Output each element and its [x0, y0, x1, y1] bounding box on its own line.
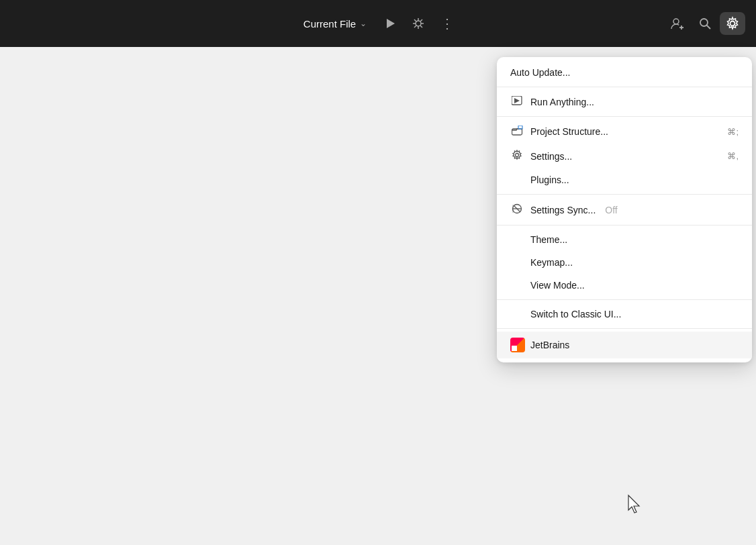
svg-line-7 [420, 26, 422, 28]
svg-point-15 [730, 21, 735, 26]
menu-item-project-structure[interactable]: Project Structure... ⌘; [497, 119, 752, 144]
project-structure-shortcut: ⌘; [727, 127, 739, 137]
separator-2 [497, 116, 752, 117]
plugins-label: Plugins... [510, 175, 569, 185]
svg-marker-0 [387, 19, 395, 28]
run-anything-icon [510, 96, 524, 107]
menu-item-plugins[interactable]: Plugins... [497, 168, 752, 191]
svg-point-10 [673, 19, 679, 24]
switch-classic-label: Switch to Classic UI... [510, 309, 621, 319]
menu-item-settings-sync[interactable]: Settings Sync... Off [497, 197, 752, 222]
jetbrains-label: JetBrains [530, 340, 569, 350]
separator-4 [497, 225, 752, 226]
svg-point-20 [516, 154, 519, 157]
settings-dropdown-menu: Auto Update... Run Anything... Project S… [497, 57, 752, 362]
separator-6 [497, 328, 752, 329]
current-file-button[interactable]: Current File ⌄ [297, 14, 373, 34]
search-button[interactable] [693, 13, 717, 34]
menu-item-switch-classic[interactable]: Switch to Classic UI... [497, 303, 752, 326]
menu-item-auto-update[interactable]: Auto Update... [497, 61, 752, 84]
svg-line-9 [414, 26, 416, 28]
view-mode-label: View Mode... [510, 280, 585, 291]
gear-icon [725, 16, 740, 31]
separator-1 [497, 87, 752, 87]
auto-update-label: Auto Update... [510, 67, 571, 78]
toolbar-right [459, 12, 745, 35]
toolbar: Current File ⌄ ⋮ [0, 0, 756, 47]
current-file-label: Current File [303, 18, 356, 30]
menu-item-settings[interactable]: Settings... ⌘, [497, 144, 752, 168]
menu-item-jetbrains[interactable]: JetBrains [497, 332, 752, 358]
menu-item-run-anything[interactable]: Run Anything... [497, 90, 752, 113]
keymap-label: Keymap... [510, 257, 573, 268]
menu-item-view-mode[interactable]: View Mode... [497, 274, 752, 297]
settings-button[interactable] [720, 12, 745, 35]
project-structure-icon [510, 126, 524, 138]
separator-5 [497, 299, 752, 300]
svg-line-8 [420, 19, 422, 21]
run-anything-label: Run Anything... [530, 97, 594, 107]
run-button[interactable] [379, 13, 401, 34]
settings-label: Settings... [530, 151, 572, 162]
play-icon [384, 17, 396, 30]
settings-shortcut: ⌘, [727, 151, 739, 161]
settings-sync-status: Off [605, 205, 617, 215]
svg-point-13 [700, 19, 708, 26]
debug-button[interactable] [407, 13, 430, 34]
more-icon: ⋮ [440, 17, 454, 30]
chevron-down-icon: ⌄ [360, 19, 367, 28]
menu-item-keymap[interactable]: Keymap... [497, 251, 752, 274]
svg-line-14 [707, 26, 711, 30]
project-structure-label: Project Structure... [530, 126, 608, 137]
svg-point-1 [416, 21, 421, 26]
toolbar-center: Current File ⌄ ⋮ [297, 13, 459, 34]
jetbrains-logo-icon [510, 338, 524, 352]
settings-sync-icon [510, 203, 524, 216]
svg-marker-17 [514, 98, 520, 103]
add-collaborator-button[interactable] [665, 13, 690, 34]
svg-line-6 [414, 19, 416, 21]
settings-sync-label: Settings Sync... [530, 205, 596, 215]
more-button[interactable]: ⋮ [435, 13, 459, 34]
svg-rect-19 [518, 126, 522, 129]
separator-3 [497, 194, 752, 195]
menu-item-theme[interactable]: Theme... [497, 228, 752, 251]
settings-icon [510, 150, 524, 162]
add-user-icon [670, 17, 685, 30]
theme-label: Theme... [510, 234, 567, 245]
search-icon [698, 17, 712, 30]
debug-icon [412, 17, 424, 30]
